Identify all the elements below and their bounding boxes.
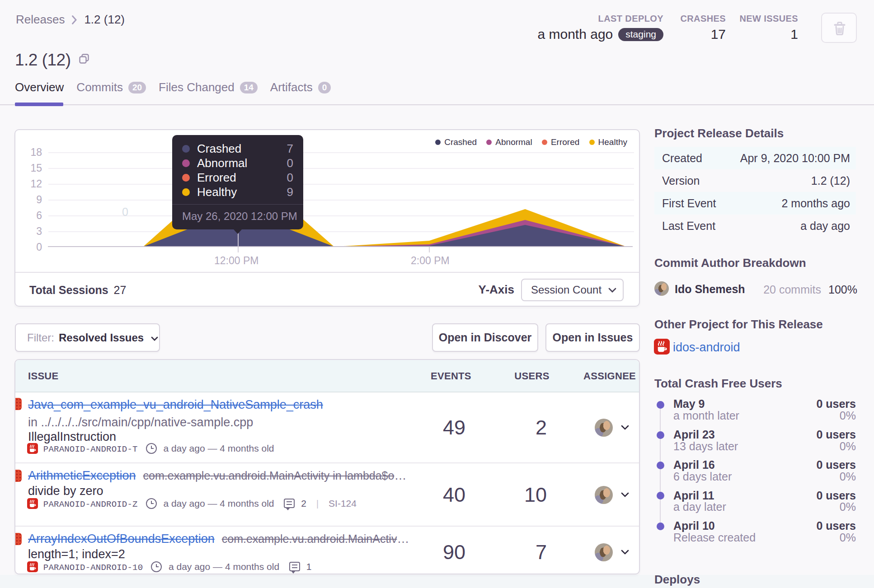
svg-text:0: 0 (122, 205, 128, 218)
